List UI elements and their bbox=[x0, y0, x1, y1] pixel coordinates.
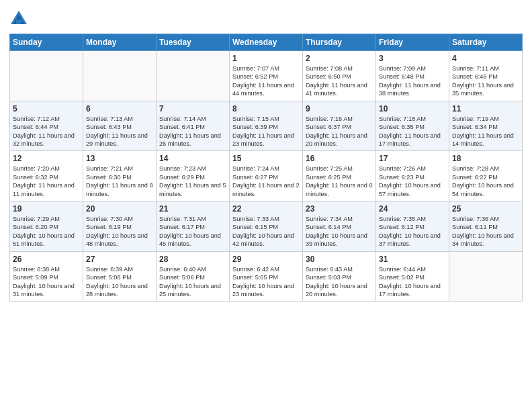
cell-content: Sunrise: 7:30 AM Sunset: 6:19 PM Dayligh… bbox=[86, 215, 153, 248]
calendar-week-4: 19Sunrise: 7:29 AM Sunset: 6:20 PM Dayli… bbox=[10, 201, 523, 252]
column-header-thursday: Thursday bbox=[303, 34, 376, 51]
day-number: 14 bbox=[159, 154, 226, 163]
cell-content: Sunrise: 7:11 AM Sunset: 6:46 PM Dayligh… bbox=[452, 64, 519, 98]
cell-content: Sunrise: 7:23 AM Sunset: 6:29 PM Dayligh… bbox=[159, 165, 226, 198]
calendar-cell: 5Sunrise: 7:12 AM Sunset: 6:44 PM Daylig… bbox=[10, 101, 83, 151]
calendar-header-row: SundayMondayTuesdayWednesdayThursdayFrid… bbox=[10, 34, 523, 51]
day-number: 7 bbox=[159, 104, 226, 113]
calendar-cell: 28Sunrise: 6:40 AM Sunset: 5:06 PM Dayli… bbox=[157, 251, 230, 302]
calendar-cell: 17Sunrise: 7:26 AM Sunset: 6:23 PM Dayli… bbox=[376, 151, 449, 201]
day-number: 25 bbox=[452, 204, 519, 214]
logo bbox=[9, 9, 30, 28]
day-number: 15 bbox=[232, 154, 300, 163]
calendar-cell bbox=[449, 251, 523, 302]
calendar-cell: 9Sunrise: 7:16 AM Sunset: 6:37 PM Daylig… bbox=[303, 101, 376, 151]
calendar-cell: 24Sunrise: 7:35 AM Sunset: 6:12 PM Dayli… bbox=[376, 201, 449, 252]
logo-icon bbox=[9, 9, 28, 28]
cell-content: Sunrise: 7:21 AM Sunset: 6:30 PM Dayligh… bbox=[86, 165, 153, 198]
calendar-cell: 21Sunrise: 7:31 AM Sunset: 6:17 PM Dayli… bbox=[157, 201, 230, 252]
cell-content: Sunrise: 7:19 AM Sunset: 6:34 PM Dayligh… bbox=[452, 115, 519, 148]
day-number: 4 bbox=[452, 54, 519, 63]
day-number: 6 bbox=[86, 104, 153, 113]
calendar-cell: 6Sunrise: 7:13 AM Sunset: 6:43 PM Daylig… bbox=[83, 101, 157, 151]
cell-content: Sunrise: 6:38 AM Sunset: 5:09 PM Dayligh… bbox=[13, 265, 80, 299]
cell-content: Sunrise: 6:43 AM Sunset: 5:03 PM Dayligh… bbox=[306, 265, 373, 299]
cell-content: Sunrise: 7:28 AM Sunset: 6:22 PM Dayligh… bbox=[452, 165, 519, 198]
calendar-cell: 2Sunrise: 7:08 AM Sunset: 6:50 PM Daylig… bbox=[303, 51, 376, 101]
cell-content: Sunrise: 7:25 AM Sunset: 6:25 PM Dayligh… bbox=[306, 165, 373, 198]
calendar-cell: 1Sunrise: 7:07 AM Sunset: 6:52 PM Daylig… bbox=[230, 51, 303, 101]
cell-content: Sunrise: 7:13 AM Sunset: 6:43 PM Dayligh… bbox=[86, 115, 153, 148]
calendar-week-2: 5Sunrise: 7:12 AM Sunset: 6:44 PM Daylig… bbox=[10, 101, 523, 151]
day-number: 3 bbox=[379, 54, 446, 63]
cell-content: Sunrise: 7:26 AM Sunset: 6:23 PM Dayligh… bbox=[379, 165, 446, 198]
calendar-cell: 22Sunrise: 7:33 AM Sunset: 6:15 PM Dayli… bbox=[230, 201, 303, 252]
page-container: SundayMondayTuesdayWednesdayThursdayFrid… bbox=[0, 0, 532, 308]
cell-content: Sunrise: 7:36 AM Sunset: 6:11 PM Dayligh… bbox=[452, 215, 519, 248]
day-number: 23 bbox=[306, 204, 373, 214]
day-number: 30 bbox=[306, 255, 373, 264]
column-header-monday: Monday bbox=[83, 34, 157, 51]
column-header-sunday: Sunday bbox=[10, 34, 83, 51]
day-number: 16 bbox=[306, 154, 373, 163]
cell-content: Sunrise: 7:09 AM Sunset: 6:48 PM Dayligh… bbox=[379, 64, 446, 98]
calendar-week-5: 26Sunrise: 6:38 AM Sunset: 5:09 PM Dayli… bbox=[10, 251, 523, 302]
day-number: 18 bbox=[452, 154, 519, 163]
day-number: 2 bbox=[306, 54, 373, 63]
calendar-cell bbox=[83, 51, 157, 101]
calendar-cell: 16Sunrise: 7:25 AM Sunset: 6:25 PM Dayli… bbox=[303, 151, 376, 201]
cell-content: Sunrise: 6:42 AM Sunset: 5:05 PM Dayligh… bbox=[232, 265, 300, 299]
calendar-cell: 23Sunrise: 7:34 AM Sunset: 6:14 PM Dayli… bbox=[303, 201, 376, 252]
cell-content: Sunrise: 6:39 AM Sunset: 5:08 PM Dayligh… bbox=[86, 265, 153, 299]
day-number: 17 bbox=[379, 154, 446, 163]
calendar-cell: 7Sunrise: 7:14 AM Sunset: 6:41 PM Daylig… bbox=[157, 101, 230, 151]
calendar-cell: 27Sunrise: 6:39 AM Sunset: 5:08 PM Dayli… bbox=[83, 251, 157, 302]
cell-content: Sunrise: 7:07 AM Sunset: 6:52 PM Dayligh… bbox=[232, 64, 300, 98]
cell-content: Sunrise: 6:44 AM Sunset: 5:02 PM Dayligh… bbox=[379, 265, 446, 299]
cell-content: Sunrise: 7:14 AM Sunset: 6:41 PM Dayligh… bbox=[159, 115, 226, 148]
cell-content: Sunrise: 7:12 AM Sunset: 6:44 PM Dayligh… bbox=[13, 115, 80, 148]
day-number: 26 bbox=[13, 255, 80, 264]
day-number: 31 bbox=[379, 255, 446, 264]
cell-content: Sunrise: 7:29 AM Sunset: 6:20 PM Dayligh… bbox=[13, 215, 80, 248]
cell-content: Sunrise: 7:35 AM Sunset: 6:12 PM Dayligh… bbox=[379, 215, 446, 248]
column-header-saturday: Saturday bbox=[449, 34, 523, 51]
day-number: 24 bbox=[379, 204, 446, 214]
day-number: 9 bbox=[306, 104, 373, 113]
day-number: 22 bbox=[232, 204, 300, 214]
day-number: 5 bbox=[13, 104, 80, 113]
header bbox=[9, 7, 523, 28]
calendar-cell: 8Sunrise: 7:15 AM Sunset: 6:39 PM Daylig… bbox=[230, 101, 303, 151]
calendar-cell: 29Sunrise: 6:42 AM Sunset: 5:05 PM Dayli… bbox=[230, 251, 303, 302]
calendar-cell: 18Sunrise: 7:28 AM Sunset: 6:22 PM Dayli… bbox=[449, 151, 523, 201]
calendar-cell: 15Sunrise: 7:24 AM Sunset: 6:27 PM Dayli… bbox=[230, 151, 303, 201]
cell-content: Sunrise: 7:08 AM Sunset: 6:50 PM Dayligh… bbox=[306, 64, 373, 98]
day-number: 27 bbox=[86, 255, 153, 264]
day-number: 29 bbox=[232, 255, 300, 264]
day-number: 19 bbox=[13, 204, 80, 214]
day-number: 11 bbox=[452, 104, 519, 113]
day-number: 12 bbox=[13, 154, 80, 163]
day-number: 20 bbox=[86, 204, 153, 214]
calendar-cell: 14Sunrise: 7:23 AM Sunset: 6:29 PM Dayli… bbox=[157, 151, 230, 201]
cell-content: Sunrise: 7:33 AM Sunset: 6:15 PM Dayligh… bbox=[232, 215, 300, 248]
cell-content: Sunrise: 7:24 AM Sunset: 6:27 PM Dayligh… bbox=[232, 165, 300, 198]
calendar-week-1: 1Sunrise: 7:07 AM Sunset: 6:52 PM Daylig… bbox=[10, 51, 523, 101]
day-number: 13 bbox=[86, 154, 153, 163]
cell-content: Sunrise: 7:15 AM Sunset: 6:39 PM Dayligh… bbox=[232, 115, 300, 148]
calendar-cell: 10Sunrise: 7:18 AM Sunset: 6:35 PM Dayli… bbox=[376, 101, 449, 151]
day-number: 8 bbox=[232, 104, 300, 113]
calendar-cell: 11Sunrise: 7:19 AM Sunset: 6:34 PM Dayli… bbox=[449, 101, 523, 151]
calendar-week-3: 12Sunrise: 7:20 AM Sunset: 6:32 PM Dayli… bbox=[10, 151, 523, 201]
column-header-tuesday: Tuesday bbox=[157, 34, 230, 51]
cell-content: Sunrise: 6:40 AM Sunset: 5:06 PM Dayligh… bbox=[159, 265, 226, 299]
calendar-cell: 31Sunrise: 6:44 AM Sunset: 5:02 PM Dayli… bbox=[376, 251, 449, 302]
calendar-cell: 13Sunrise: 7:21 AM Sunset: 6:30 PM Dayli… bbox=[83, 151, 157, 201]
calendar-cell: 25Sunrise: 7:36 AM Sunset: 6:11 PM Dayli… bbox=[449, 201, 523, 252]
calendar-cell: 20Sunrise: 7:30 AM Sunset: 6:19 PM Dayli… bbox=[83, 201, 157, 252]
svg-rect-2 bbox=[16, 19, 21, 24]
cell-content: Sunrise: 7:16 AM Sunset: 6:37 PM Dayligh… bbox=[306, 115, 373, 148]
calendar-cell: 30Sunrise: 6:43 AM Sunset: 5:03 PM Dayli… bbox=[303, 251, 376, 302]
calendar-cell: 4Sunrise: 7:11 AM Sunset: 6:46 PM Daylig… bbox=[449, 51, 523, 101]
calendar-table: SundayMondayTuesdayWednesdayThursdayFrid… bbox=[9, 34, 523, 302]
